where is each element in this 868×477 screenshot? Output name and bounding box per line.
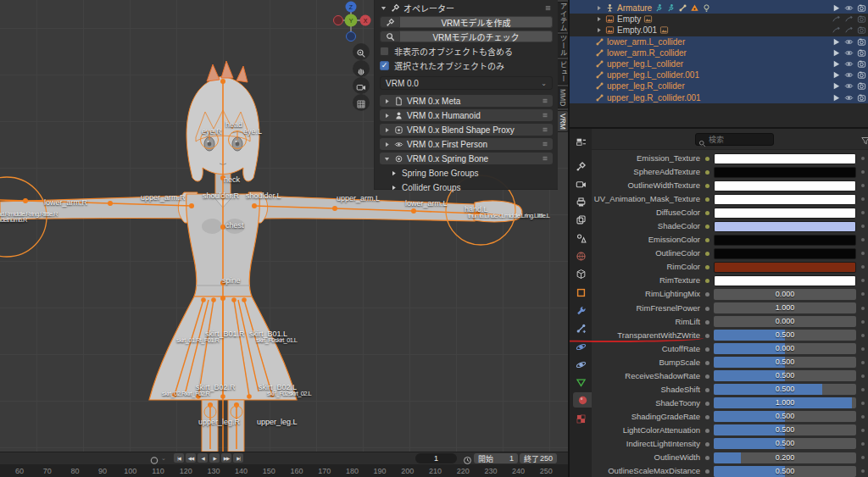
properties-tab-render[interactable] <box>572 175 589 191</box>
keyframe-decorator[interactable] <box>861 307 865 310</box>
keyframe-decorator[interactable] <box>861 469 865 473</box>
keyframe-decorator[interactable] <box>861 402 865 405</box>
value-slider[interactable]: 0.500 <box>714 466 856 477</box>
color-swatch[interactable] <box>714 208 856 219</box>
keyframe-decorator[interactable] <box>861 292 865 296</box>
filter-icon[interactable] <box>860 134 868 144</box>
keyframe-decorator[interactable] <box>861 320 865 324</box>
expand-icon[interactable] <box>595 26 603 34</box>
orthographic-grid-button[interactable] <box>353 94 370 111</box>
value-slider[interactable]: 0.500 <box>714 411 856 422</box>
properties-tab-modifiers[interactable] <box>572 302 589 317</box>
hide-in-viewport-icon[interactable] <box>844 3 854 13</box>
value-slider[interactable]: 1.000 <box>714 397 856 408</box>
vrm-subsection-spring-bone-groups[interactable]: Spring Bone Groups <box>380 168 553 179</box>
selectable-icon[interactable] <box>832 59 841 69</box>
panel-menu-icon[interactable] <box>541 154 549 163</box>
disable-in-renders-icon[interactable] <box>857 70 866 80</box>
value-slider[interactable]: 0.000 <box>714 343 856 354</box>
value-slider[interactable]: 0.500 <box>714 424 856 435</box>
previous-keyframe-button[interactable]: ◀◀ <box>186 453 196 463</box>
vrm-section-vrm-0-x-meta[interactable]: VRM 0.x Meta <box>380 95 553 107</box>
panel-menu-icon[interactable] <box>541 125 549 134</box>
expand-icon[interactable] <box>595 4 603 12</box>
keyframe-decorator[interactable] <box>861 388 865 391</box>
panel-menu-icon[interactable] <box>541 111 549 119</box>
keyframe-decorator[interactable] <box>861 415 865 419</box>
keyframe-decorator[interactable] <box>861 170 865 174</box>
outliner-row-empty-001[interactable]: Empty.001 <box>570 25 868 36</box>
keyframe-decorator[interactable] <box>861 347 865 351</box>
hide-in-viewport-icon[interactable] <box>844 37 854 47</box>
operator-panel-header[interactable]: オペレーター <box>380 3 553 14</box>
outliner-row-lower-arm-l-collider[interactable]: lower_arm.L_collider <box>570 36 868 47</box>
keyframe-decorator[interactable] <box>861 361 865 364</box>
value-slider[interactable]: 0.000 <box>714 316 856 327</box>
outliner-row-upper-leg-r-collider[interactable]: upper_leg.R_collider <box>570 80 868 92</box>
vrm-section-vrm-0-x-humanoid[interactable]: VRM 0.x Humanoid <box>380 109 553 121</box>
zoom-button[interactable] <box>353 43 370 60</box>
keyframe-decorator[interactable] <box>861 157 865 160</box>
vrm-section-vrm-0-x-spring-bone[interactable]: VRM 0.x Spring Bone <box>380 153 553 164</box>
hide-in-viewport-icon[interactable] <box>844 14 854 24</box>
color-swatch[interactable] <box>714 221 856 232</box>
color-swatch[interactable] <box>714 153 856 164</box>
keyframe-decorator[interactable] <box>861 374 865 378</box>
timeline-ruler[interactable]: 6070809010011012013014015016017018019020… <box>0 464 568 477</box>
color-swatch[interactable] <box>714 262 856 273</box>
current-frame-field[interactable]: 1 <box>415 453 457 463</box>
keyframe-decorator[interactable] <box>861 238 865 241</box>
selectable-icon[interactable] <box>832 37 841 47</box>
properties-tab-scene[interactable] <box>572 230 589 245</box>
outliner-row-lower-arm-r-collider[interactable]: lower_arm.R_collider <box>570 47 868 58</box>
selectable-icon[interactable] <box>832 70 841 80</box>
value-slider[interactable]: 0.500 <box>714 384 856 395</box>
vrm-version-dropdown[interactable]: VRM 0.0 ⌄ <box>380 76 553 90</box>
properties-tab-collection[interactable] <box>572 266 589 281</box>
panel-menu-icon[interactable] <box>541 140 549 148</box>
selectable-icon[interactable] <box>832 81 841 91</box>
disable-in-renders-icon[interactable] <box>857 3 866 13</box>
frame-start-field[interactable]: 開始 1 <box>474 453 518 463</box>
color-swatch[interactable] <box>714 167 856 178</box>
outliner-row-upper-leg-r-collider-001[interactable]: upper_leg.R_collider.001 <box>570 92 868 103</box>
color-swatch[interactable] <box>714 275 856 286</box>
properties-search[interactable] <box>695 133 774 146</box>
properties-tab-constraints[interactable] <box>572 356 589 371</box>
selectable-icon[interactable] <box>832 25 841 35</box>
keyframe-decorator[interactable] <box>861 279 865 282</box>
properties-tab-object-data[interactable] <box>572 374 589 390</box>
play-reverse-button[interactable]: ◀ <box>198 453 208 463</box>
properties-tab-particles[interactable] <box>572 320 589 336</box>
value-slider[interactable]: 1.000 <box>714 302 856 313</box>
properties-tab-view-layer[interactable] <box>572 212 589 227</box>
hide-in-viewport-icon[interactable] <box>844 25 854 35</box>
disable-in-renders-icon[interactable] <box>857 14 866 24</box>
3d-viewport[interactable]: headeye.Reye.Lneckshoulder.Rshoulder.Lup… <box>0 0 568 452</box>
auto-keyframe-button[interactable] <box>149 453 159 463</box>
properties-tab-tool[interactable] <box>572 158 589 173</box>
disable-in-renders-icon[interactable] <box>857 59 866 69</box>
camera-view-button[interactable] <box>353 77 370 94</box>
properties-tab-world[interactable] <box>572 248 589 263</box>
disable-in-renders-icon[interactable] <box>857 81 866 91</box>
keyframe-decorator[interactable] <box>861 429 865 432</box>
jump-to-start-button[interactable]: |◀ <box>174 453 184 463</box>
vrm-section-vrm-0-x-first-person[interactable]: VRM 0.x First Person <box>380 138 553 150</box>
check-vrm-button[interactable]: VRMモデルのチェック <box>399 31 553 42</box>
pan-button[interactable] <box>353 60 370 77</box>
disable-in-renders-icon[interactable] <box>857 37 866 47</box>
search-input[interactable] <box>709 136 760 144</box>
include-hidden-checkbox[interactable] <box>380 47 389 56</box>
keyframe-decorator[interactable] <box>861 265 865 269</box>
selectable-icon[interactable] <box>832 48 841 58</box>
selectable-icon[interactable] <box>832 3 841 13</box>
keyframe-decorator[interactable] <box>861 184 865 187</box>
properties-tab-output[interactable] <box>572 194 589 209</box>
value-slider[interactable]: 0.200 <box>714 452 856 463</box>
keyframe-decorator[interactable] <box>861 252 865 255</box>
color-swatch[interactable] <box>714 248 856 259</box>
outliner-row-upper-leg-l-collider[interactable]: upper_leg.L_collider <box>570 58 868 69</box>
disable-in-renders-icon[interactable] <box>857 48 866 58</box>
keyframe-decorator[interactable] <box>861 211 865 214</box>
